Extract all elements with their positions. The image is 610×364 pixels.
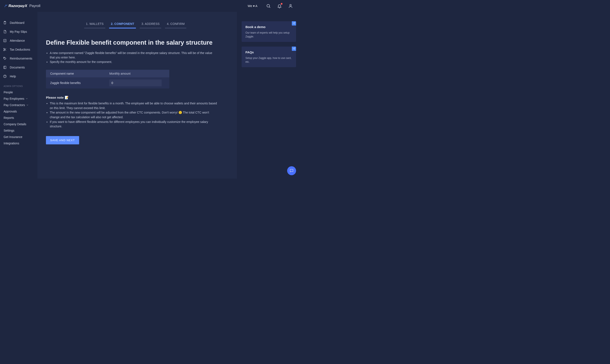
svg-point-0 <box>267 4 270 7</box>
chat-icon <box>290 169 294 173</box>
admin-item-label: Approvals <box>4 110 17 113</box>
svg-rect-8 <box>4 66 6 69</box>
admin-item-label: People <box>4 91 13 94</box>
card-title: Book a demo <box>245 25 292 29</box>
main-content: 1. WALLETS 2. COMPONENT 3. ADDRESS 4. CO… <box>38 12 237 179</box>
page-title: Define Flexible benefit component in the… <box>46 39 218 46</box>
sidebar-item-label: Tax Deductions <box>10 48 30 51</box>
sidebar-item-attendance[interactable]: Attendance <box>0 36 38 45</box>
intro-item: Specify the monthly amount for the compo… <box>50 60 218 64</box>
help-icon <box>3 74 7 78</box>
brand-sub: Payroll <box>29 4 40 8</box>
sidebar-item-label: Documents <box>10 66 25 69</box>
sidebar-item-reimbursements[interactable]: Reimbursements <box>0 54 38 63</box>
notifications-icon[interactable] <box>277 3 282 9</box>
svg-point-10 <box>5 77 5 78</box>
scissors-icon <box>3 48 7 52</box>
tag-icon <box>3 57 7 60</box>
right-panel: Book a demo Our team of experts will hel… <box>237 12 299 179</box>
chevron-down-icon <box>26 97 28 100</box>
card-text: Our team of experts will help you setup … <box>245 31 292 39</box>
svg-point-7 <box>4 58 4 58</box>
step-wallets[interactable]: 1. WALLETS <box>84 20 105 28</box>
admin-item-company-details[interactable]: Company Details <box>0 121 38 127</box>
intro-item: A new component named "Zaggle flexible b… <box>50 51 218 60</box>
note-item: If you want to have different flexible a… <box>50 120 218 129</box>
logo-icon <box>4 4 8 8</box>
book-demo-card[interactable]: Book a demo Our team of experts will hel… <box>242 21 296 42</box>
admin-item-label: Get Insurance <box>4 135 22 139</box>
admin-options-label: ADMIN OPTIONS <box>0 81 38 89</box>
send-icon <box>292 21 296 26</box>
check-square-icon <box>3 39 7 42</box>
faqs-card[interactable]: FAQs Setup your Zaggle app, how to use c… <box>242 47 296 67</box>
card-text: Setup your Zaggle app, how to use card, … <box>245 56 292 64</box>
sidebar-item-help[interactable]: Help <box>0 72 38 81</box>
step-component[interactable]: 2. COMPONENT <box>109 20 136 28</box>
admin-item-get-insurance[interactable]: Get Insurance <box>0 134 38 140</box>
admin-item-settings[interactable]: Settings <box>0 127 38 134</box>
save-and-next-button[interactable]: SAVE AND NEXT <box>46 136 79 144</box>
component-table: Component name Monthly amount Zaggle fle… <box>46 70 169 89</box>
admin-item-label: Integrations <box>4 142 19 145</box>
note-list: This is the maximum limit for flexible b… <box>46 101 218 129</box>
promo-text: We ♥ A <box>248 4 257 8</box>
svg-rect-4 <box>4 39 6 42</box>
note-item: This is the maximum limit for flexible b… <box>50 101 218 110</box>
notification-dot <box>281 3 282 5</box>
send-icon <box>292 47 296 51</box>
admin-item-label: Pay Contractors <box>4 103 25 107</box>
table-header: Component name Monthly amount <box>46 70 169 78</box>
brand-main: RazorpayX <box>9 4 27 8</box>
admin-item-label: Company Details <box>4 122 26 126</box>
sidebar-item-payslips[interactable]: My Pay Slips <box>0 27 38 36</box>
stepper: 1. WALLETS 2. COMPONENT 3. ADDRESS 4. CO… <box>84 20 218 28</box>
document-icon <box>3 30 7 34</box>
sidebar-item-label: Help <box>10 75 16 78</box>
admin-item-label: Pay Employees <box>4 97 24 100</box>
book-icon <box>3 65 7 69</box>
admin-item-pay-employees[interactable]: Pay Employees <box>0 95 38 102</box>
component-name-cell: Zaggle flexible benefits <box>50 81 109 85</box>
monthly-amount-input[interactable] <box>109 79 162 86</box>
table-header-name: Component name <box>50 72 109 75</box>
clipboard-icon <box>3 21 7 25</box>
header: RazorpayX Payroll We ♥ A <box>0 0 299 12</box>
admin-item-pay-contractors[interactable]: Pay Contractors <box>0 102 38 108</box>
admin-item-label: Settings <box>4 129 14 132</box>
sidebar-item-documents[interactable]: Documents <box>0 63 38 72</box>
sidebar-item-label: Reimbursements <box>10 57 32 60</box>
admin-item-integrations[interactable]: Integrations <box>0 140 38 146</box>
sidebar-item-label: Attendance <box>10 39 25 42</box>
note-title: Please note 📝 <box>46 96 218 100</box>
note-item: The amount in the new component will be … <box>50 110 218 119</box>
admin-item-reports[interactable]: Reports <box>0 115 38 121</box>
search-icon[interactable] <box>266 3 271 9</box>
step-address[interactable]: 3. ADDRESS <box>140 20 161 28</box>
sidebar-item-label: My Pay Slips <box>10 30 27 33</box>
admin-item-people[interactable]: People <box>0 89 38 95</box>
admin-item-approvals[interactable]: Approvals <box>0 108 38 115</box>
chat-fab[interactable] <box>287 166 296 175</box>
sidebar-item-tax[interactable]: Tax Deductions <box>0 45 38 54</box>
table-row: Zaggle flexible benefits <box>46 78 169 89</box>
admin-item-label: Reports <box>4 116 14 119</box>
svg-point-1 <box>290 4 291 6</box>
sidebar: Dashboard My Pay Slips Attendance Tax De… <box>0 12 38 179</box>
card-title: FAQs <box>245 50 292 54</box>
sidebar-item-label: Dashboard <box>10 21 25 25</box>
table-header-amount: Monthly amount <box>109 72 165 75</box>
profile-icon[interactable] <box>288 3 293 9</box>
sidebar-item-dashboard[interactable]: Dashboard <box>0 18 38 27</box>
step-confirm[interactable]: 4. CONFIRM <box>165 20 186 28</box>
chevron-down-icon <box>26 104 29 106</box>
logo[interactable]: RazorpayX Payroll <box>4 4 40 8</box>
intro-list: A new component named "Zaggle flexible b… <box>46 51 218 64</box>
